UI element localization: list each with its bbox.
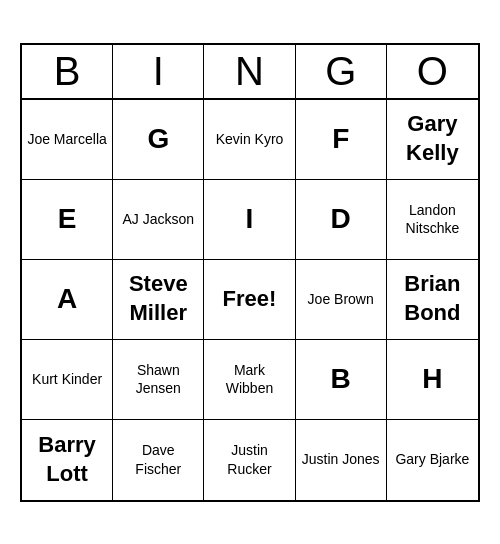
bingo-cell-8: D bbox=[296, 180, 387, 260]
bingo-cell-19: H bbox=[387, 340, 478, 420]
bingo-cell-10: A bbox=[22, 260, 113, 340]
bingo-cell-2: Kevin Kyro bbox=[204, 100, 295, 180]
bingo-cell-11: Steve Miller bbox=[113, 260, 204, 340]
bingo-cell-7: I bbox=[204, 180, 295, 260]
bingo-cell-21: Dave Fischer bbox=[113, 420, 204, 500]
header-b: B bbox=[22, 45, 113, 98]
bingo-cell-12: Free! bbox=[204, 260, 295, 340]
bingo-cell-18: B bbox=[296, 340, 387, 420]
header-n: N bbox=[204, 45, 295, 98]
bingo-cell-16: Shawn Jensen bbox=[113, 340, 204, 420]
bingo-cell-24: Gary Bjarke bbox=[387, 420, 478, 500]
bingo-cell-3: F bbox=[296, 100, 387, 180]
bingo-header: B I N G O bbox=[22, 45, 478, 100]
bingo-card: B I N G O Joe MarcellaGKevin KyroFGary K… bbox=[20, 43, 480, 502]
bingo-cell-6: AJ Jackson bbox=[113, 180, 204, 260]
header-i: I bbox=[113, 45, 204, 98]
header-g: G bbox=[296, 45, 387, 98]
bingo-cell-20: Barry Lott bbox=[22, 420, 113, 500]
bingo-cell-0: Joe Marcella bbox=[22, 100, 113, 180]
bingo-cell-4: Gary Kelly bbox=[387, 100, 478, 180]
bingo-cell-9: Landon Nitschke bbox=[387, 180, 478, 260]
bingo-cell-14: Brian Bond bbox=[387, 260, 478, 340]
bingo-cell-15: Kurt Kinder bbox=[22, 340, 113, 420]
bingo-grid: Joe MarcellaGKevin KyroFGary KellyEAJ Ja… bbox=[22, 100, 478, 500]
bingo-cell-23: Justin Jones bbox=[296, 420, 387, 500]
header-o: O bbox=[387, 45, 478, 98]
bingo-cell-17: Mark Wibben bbox=[204, 340, 295, 420]
bingo-cell-13: Joe Brown bbox=[296, 260, 387, 340]
bingo-cell-5: E bbox=[22, 180, 113, 260]
bingo-cell-22: Justin Rucker bbox=[204, 420, 295, 500]
bingo-cell-1: G bbox=[113, 100, 204, 180]
